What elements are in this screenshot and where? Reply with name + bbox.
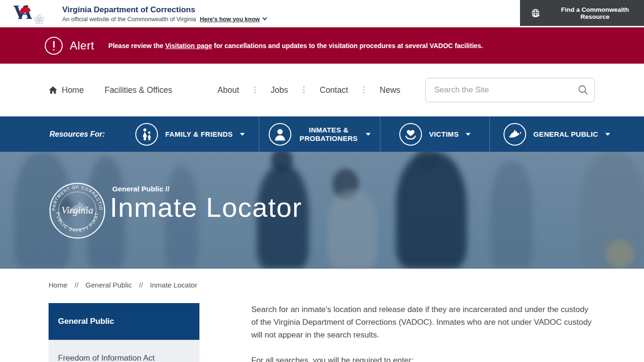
nav-jobs[interactable]: Jobs bbox=[271, 85, 288, 95]
find-commonwealth-resource-button[interactable]: Find a Commonwealth Resource bbox=[520, 0, 644, 26]
seal-center-text: Virginia bbox=[61, 205, 93, 216]
inmate-icon bbox=[269, 123, 291, 146]
virginia-state-icon bbox=[504, 123, 526, 146]
nav-facilities-offices[interactable]: Facilities & Offices bbox=[105, 85, 173, 95]
family-icon bbox=[135, 123, 158, 146]
visitation-page-link[interactable]: Visitation page bbox=[165, 42, 212, 49]
nav-contact[interactable]: Contact bbox=[320, 85, 348, 95]
search-input[interactable] bbox=[426, 85, 578, 95]
nav-divider bbox=[254, 86, 256, 88]
nav-home[interactable]: Home bbox=[49, 85, 84, 95]
search-icon bbox=[578, 84, 589, 96]
resources-family-friends[interactable]: FAMILY & FRIENDS bbox=[121, 116, 259, 152]
heres-how-you-know-link[interactable]: Here's how you know bbox=[200, 16, 266, 23]
alert-exclamation-icon bbox=[45, 37, 63, 55]
breadcrumb-separator: // bbox=[139, 281, 143, 289]
official-website-text: An official website of the Commonwealth … bbox=[62, 16, 196, 23]
requirements-lead: For all searches, you will be required t… bbox=[251, 354, 592, 362]
resources-victims[interactable]: VICTIMS bbox=[380, 116, 489, 152]
chevron-down-icon bbox=[605, 133, 610, 136]
chevron-down-icon bbox=[466, 133, 471, 136]
site-search bbox=[425, 78, 595, 102]
nav-divider bbox=[363, 86, 364, 88]
nav-about[interactable]: About bbox=[217, 85, 239, 95]
chevron-down-icon bbox=[366, 133, 371, 136]
site-title: Virginia Department of Corrections bbox=[62, 5, 266, 15]
chevron-down-icon bbox=[263, 16, 267, 20]
chevron-down-icon bbox=[240, 133, 245, 136]
breadcrumb: Home // General Public // Inmate Locator bbox=[49, 281, 644, 289]
content-area: General Public Freedom of Information Ac… bbox=[0, 303, 644, 362]
alert-message: Please review the Visitation page for ca… bbox=[108, 42, 483, 49]
resources-bar: Resources For: FAMILY & FRIENDS INMATES … bbox=[0, 116, 644, 152]
home-icon bbox=[49, 86, 58, 94]
main-copy: Search for an inmate's location and rele… bbox=[251, 303, 592, 362]
site-meta: Virginia Department of Corrections An of… bbox=[62, 5, 266, 23]
sidebar-item-foia[interactable]: Freedom of Information Act bbox=[49, 340, 199, 362]
sidebar: General Public Freedom of Information Ac… bbox=[49, 303, 199, 362]
breadcrumb-general-public[interactable]: General Public bbox=[85, 281, 132, 289]
search-button[interactable] bbox=[578, 84, 589, 96]
cardinal-icon bbox=[18, 3, 32, 15]
sidebar-title-general-public[interactable]: General Public bbox=[49, 303, 199, 340]
nav-news[interactable]: News bbox=[380, 85, 400, 95]
vadoc-logo[interactable]: VA bbox=[9, 1, 51, 26]
resources-inmates-probationers[interactable]: INMATES & PROBATIONERS bbox=[259, 116, 380, 152]
dogwood-flower-icon bbox=[34, 15, 44, 25]
nav-divider bbox=[303, 86, 305, 88]
breadcrumb-separator: // bbox=[74, 281, 78, 289]
globe-icon bbox=[530, 8, 541, 18]
breadcrumb-home[interactable]: Home bbox=[49, 281, 67, 289]
hero-banner: DEPARTMENT OF CORRECTIONS PUBLIC SAFETY … bbox=[0, 152, 644, 269]
page-title: Inmate Locator bbox=[110, 191, 302, 223]
vadoc-seal: DEPARTMENT OF CORRECTIONS PUBLIC SAFETY … bbox=[49, 182, 106, 239]
breadcrumb-current: Inmate Locator bbox=[150, 281, 197, 289]
site-header: VA Virginia Department of Corrections An… bbox=[0, 0, 644, 27]
main-navigation: Home Facilities & Offices About Jobs Con… bbox=[0, 64, 644, 116]
heart-hands-icon bbox=[399, 123, 422, 146]
resources-general-public[interactable]: GENERAL PUBLIC bbox=[489, 116, 624, 152]
alert-banner: Alert Please review the Visitation page … bbox=[0, 27, 644, 64]
resources-for-label: Resources For: bbox=[50, 116, 121, 152]
alert-label: Alert bbox=[70, 39, 94, 52]
intro-paragraph: Search for an inmate's location and rele… bbox=[251, 303, 592, 342]
